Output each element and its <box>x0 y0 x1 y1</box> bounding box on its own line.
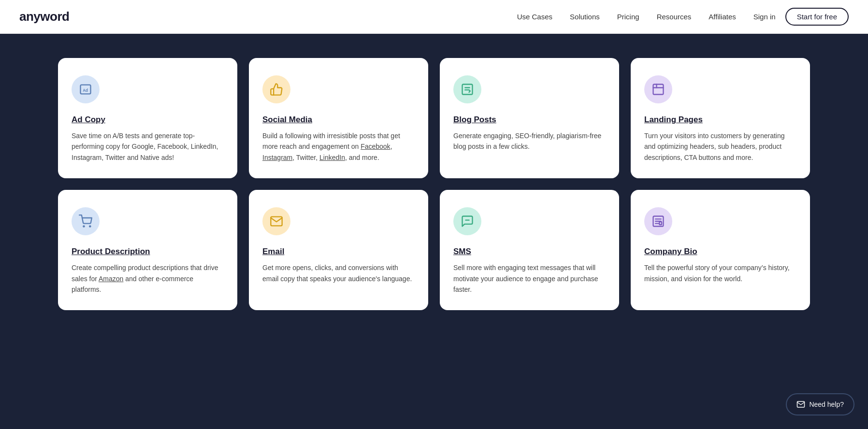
blog-icon <box>461 83 474 96</box>
email-icon-wrapper <box>262 207 290 235</box>
blog-posts-icon-wrapper <box>453 75 481 103</box>
help-button[interactable]: Need help? <box>786 393 854 415</box>
card-company-bio: Company Bio Tell the powerful story of y… <box>631 190 810 310</box>
nav-solutions[interactable]: Solutions <box>570 13 600 21</box>
nav-pricing[interactable]: Pricing <box>617 13 639 21</box>
ad-copy-icon-wrapper: Ad <box>72 75 100 103</box>
email-icon <box>270 214 283 228</box>
instagram-link[interactable]: Instagram <box>262 154 292 161</box>
product-description-title[interactable]: Product Description <box>72 247 224 257</box>
svg-rect-5 <box>653 85 664 95</box>
nav-right: Sign in Start for free <box>753 8 849 26</box>
sign-in-link[interactable]: Sign in <box>753 13 776 21</box>
ad-icon: Ad <box>79 83 92 96</box>
card-blog-posts: Blog Posts Generate engaging, SEO-friend… <box>440 58 619 178</box>
card-product-description: Product Description Create compelling pr… <box>58 190 237 310</box>
social-media-title[interactable]: Social Media <box>262 115 415 125</box>
linkedin-link[interactable]: LinkedIn <box>319 154 345 161</box>
amazon-link[interactable]: Amazon <box>99 275 123 283</box>
main-content: Ad Ad Copy Save time on A/B tests and ge… <box>0 34 868 429</box>
cart-icon <box>79 214 92 228</box>
sms-desc: Sell more with engaging text messages th… <box>453 262 606 295</box>
product-desc-icon-wrapper <box>72 207 100 235</box>
ad-copy-desc: Save time on A/B tests and generate top-… <box>72 130 224 163</box>
card-ad-copy: Ad Ad Copy Save time on A/B tests and ge… <box>58 58 237 178</box>
email-desc: Get more opens, clicks, and conversions … <box>262 262 415 284</box>
blog-posts-desc: Generate engaging, SEO-friendly, plagiar… <box>453 130 606 152</box>
navbar: anyword Use Cases Solutions Pricing Reso… <box>0 0 868 34</box>
logo: anyword <box>19 9 69 24</box>
email-title[interactable]: Email <box>262 247 415 257</box>
facebook-link[interactable]: Facebook <box>361 143 390 150</box>
start-free-button[interactable]: Start for free <box>785 8 849 26</box>
sms-icon <box>461 214 474 228</box>
card-landing-pages: Landing Pages Turn your visitors into cu… <box>631 58 810 178</box>
social-media-icon-wrapper <box>262 75 290 103</box>
company-bio-icon-wrapper <box>644 207 672 235</box>
svg-rect-15 <box>659 222 662 225</box>
svg-text:Ad: Ad <box>83 88 88 93</box>
sms-icon-wrapper <box>453 207 481 235</box>
landing-pages-desc: Turn your visitors into customers by gen… <box>644 130 796 163</box>
social-media-desc: Build a following with irresistible post… <box>262 130 415 163</box>
company-bio-icon <box>651 214 665 228</box>
cards-grid: Ad Ad Copy Save time on A/B tests and ge… <box>58 58 810 310</box>
nav-affiliates[interactable]: Affiliates <box>709 13 736 21</box>
nav-use-cases[interactable]: Use Cases <box>517 13 552 21</box>
mail-icon <box>796 400 805 409</box>
thumbs-up-icon <box>270 83 283 96</box>
product-description-desc: Create compelling product descriptions t… <box>72 262 224 295</box>
sms-title[interactable]: SMS <box>453 247 606 257</box>
nav-links: Use Cases Solutions Pricing Resources Af… <box>517 13 736 21</box>
card-sms: SMS Sell more with engaging text message… <box>440 190 619 310</box>
card-social-media: Social Media Build a following with irre… <box>249 58 428 178</box>
svg-point-9 <box>89 226 90 227</box>
card-email: Email Get more opens, clicks, and conver… <box>249 190 428 310</box>
svg-point-8 <box>83 226 84 227</box>
landing-page-icon <box>651 83 665 96</box>
landing-pages-title[interactable]: Landing Pages <box>644 115 796 125</box>
help-label: Need help? <box>809 400 844 408</box>
company-bio-title[interactable]: Company Bio <box>644 247 796 257</box>
blog-posts-title[interactable]: Blog Posts <box>453 115 606 125</box>
company-bio-desc: Tell the powerful story of your company’… <box>644 262 796 284</box>
ad-copy-title[interactable]: Ad Copy <box>72 115 224 125</box>
nav-resources[interactable]: Resources <box>657 13 692 21</box>
landing-pages-icon-wrapper <box>644 75 672 103</box>
